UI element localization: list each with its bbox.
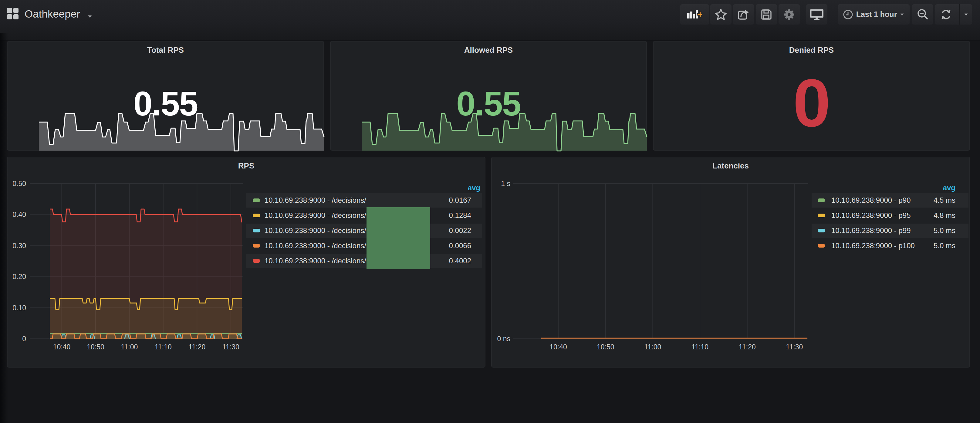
svg-text:0: 0 bbox=[22, 335, 26, 343]
svg-text:0.40: 0.40 bbox=[13, 211, 26, 219]
svg-text:11:00: 11:00 bbox=[121, 343, 138, 351]
svg-text:11:10: 11:10 bbox=[155, 343, 172, 351]
svg-text:10:40: 10:40 bbox=[53, 343, 71, 351]
svg-text:0.30: 0.30 bbox=[13, 242, 26, 250]
svg-text:0.50: 0.50 bbox=[13, 180, 26, 188]
svg-text:10:50: 10:50 bbox=[87, 343, 104, 351]
svg-text:11:30: 11:30 bbox=[786, 343, 803, 351]
svg-text:0.10: 0.10 bbox=[13, 304, 26, 312]
svg-text:10:50: 10:50 bbox=[597, 343, 614, 351]
svg-text:1 s: 1 s bbox=[501, 180, 510, 188]
svg-text:10:40: 10:40 bbox=[549, 343, 567, 351]
svg-text:11:20: 11:20 bbox=[739, 343, 756, 351]
svg-text:11:20: 11:20 bbox=[188, 343, 205, 351]
svg-text:11:10: 11:10 bbox=[692, 343, 708, 351]
svg-text:11:30: 11:30 bbox=[223, 343, 239, 351]
svg-text:11:00: 11:00 bbox=[644, 343, 661, 351]
svg-text:0.20: 0.20 bbox=[13, 273, 26, 280]
svg-text:0 ns: 0 ns bbox=[497, 335, 510, 343]
